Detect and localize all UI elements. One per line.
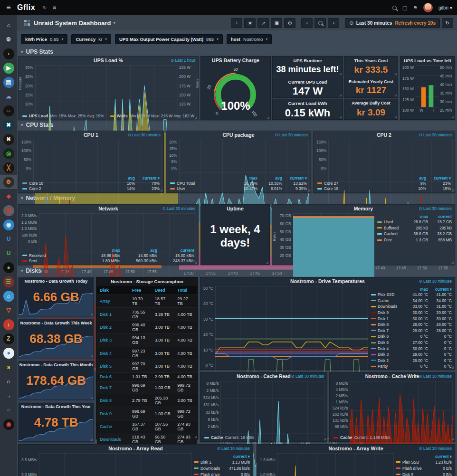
dashboard-title[interactable]: Unraid System Dashboard (34, 19, 111, 27)
sidebar-app-icon[interactable]: ⚙ (3, 177, 14, 188)
legend-item[interactable]: CacheCurrent: 16 kB/s (204, 435, 254, 440)
sidebar-app-item[interactable]: ✖ (0, 118, 17, 132)
legend-item[interactable]: Disk 5 (371, 340, 404, 345)
sidebar-app-item[interactable]: Z (0, 332, 17, 346)
variable-dropdown[interactable]: UPS Max Output Power Capacity (Watt) 865… (115, 34, 223, 44)
panel-title[interactable]: UPS Load vs Time left (400, 57, 455, 65)
app-logo[interactable]: Gflix (17, 3, 35, 12)
sidebar-app-item[interactable]: ● (0, 260, 17, 275)
legend-item[interactable]: Free (377, 238, 404, 242)
legend-column[interactable]: max (404, 214, 428, 219)
legend-item[interactable]: Core 18 (317, 186, 401, 191)
sidebar-app-icon[interactable]: ▶ (3, 63, 14, 74)
legend-item[interactable]: Disk 8 (371, 322, 404, 327)
sidebar-app-icon[interactable]: ✖ (3, 120, 14, 131)
dashboard-title-caret-icon[interactable]: ▾ (114, 20, 116, 25)
panel-title[interactable]: Current Load kWh (273, 99, 343, 107)
sidebar-app-icon[interactable]: ☰ (3, 276, 14, 287)
sidebar-app-item[interactable]: ⚙ (0, 175, 17, 189)
legend-column[interactable]: current ▾ (282, 176, 307, 181)
legend-item[interactable]: Parity (371, 364, 404, 369)
sidebar-app-icon[interactable]: Z (3, 333, 14, 344)
legend-item[interactable]: Sent (22, 258, 83, 263)
panel-time-override[interactable]: Last 30 minutes (419, 374, 452, 379)
panel-title[interactable]: Nostromo - Data Growth Today (19, 277, 94, 286)
legend-column[interactable]: current ▾ (423, 454, 452, 459)
sidebar-app-item[interactable]: ↓ (0, 317, 17, 332)
zoom-out-button[interactable] (314, 18, 326, 28)
legend-item[interactable]: Plex SSD (396, 460, 423, 465)
panel-time-override[interactable]: Last 30 minutes (419, 133, 452, 137)
panel-title[interactable]: This Years Cost (344, 57, 398, 65)
panel-time-override[interactable]: Last 30 minutes (419, 446, 452, 451)
panel-title[interactable]: UPS Runtime (273, 57, 343, 65)
sidebar-app-item[interactable]: ╳ (0, 161, 17, 175)
tab-refresh-icon[interactable]: ↻ (43, 5, 47, 10)
panel-time-override[interactable]: Last 30 minutes (275, 133, 308, 137)
legend-item[interactable]: CPU Total (170, 181, 233, 186)
legend-item[interactable]: Core 10 (22, 181, 110, 186)
tab-close-icon[interactable]: ✖ (52, 5, 56, 10)
panel-time-override[interactable]: Last 30 minutes (291, 374, 324, 379)
panel-time-override[interactable]: Last 30 minutes (162, 206, 196, 211)
toolbar-button[interactable]: ⚙ (284, 18, 295, 28)
disk-name-cell[interactable]: Array (97, 295, 129, 308)
sidebar-app-icon[interactable]: ○ (3, 405, 14, 416)
sidebar-app-icon[interactable]: ◎ (3, 148, 14, 159)
legend-item[interactable]: Disk 1 (371, 316, 404, 321)
legend-item[interactable]: Disk 1 (194, 460, 221, 465)
disk-name-cell[interactable]: Disk 1 (97, 308, 129, 321)
legend-item[interactable]: Core 27 (317, 181, 401, 186)
sidebar-app-icon[interactable]: ▽ (3, 305, 14, 316)
sidebar-app-item[interactable]: ◉ (0, 417, 17, 431)
sidebar-app-item[interactable]: U (0, 232, 17, 246)
sidebar-app-item[interactable]: ● (0, 346, 17, 360)
panel-time-override[interactable]: Last 30 minutes (128, 133, 161, 137)
toolbar-button[interactable]: ★ (244, 18, 256, 28)
legend-item[interactable]: WattsMin: 130 W Max: 216 W Avg: 162 W (110, 114, 194, 118)
column-header[interactable]: Total (174, 286, 197, 295)
disk-name-cell[interactable]: Disk 8 (97, 394, 129, 407)
legend-item[interactable]: Core 2 (22, 186, 110, 191)
legend-item[interactable]: CacheCurrent: 1.188 MB/s (333, 435, 390, 440)
toolbar-button[interactable]: ↗ (257, 18, 269, 28)
sidebar-app-icon[interactable]: ▤ (3, 77, 14, 88)
sidebar-app-item[interactable]: ○ (0, 403, 17, 417)
panel-title[interactable]: Uptime (201, 205, 269, 213)
sidebar-app-icon[interactable]: → (3, 390, 14, 401)
legend-item[interactable]: Flash drive (396, 466, 423, 471)
menu-toggle-icon[interactable]: ≡ (0, 0, 17, 15)
panel-time-override[interactable]: Last 30 minutes (217, 446, 250, 451)
legend-item[interactable]: Received (22, 253, 83, 258)
legend-item[interactable]: Disk 2 (371, 358, 404, 363)
sidebar-app-icon[interactable]: › (3, 48, 14, 59)
time-forward-button[interactable]: › (328, 18, 339, 28)
legend-column[interactable]: max (404, 287, 428, 292)
refresh-button[interactable]: ↻ (442, 18, 453, 28)
disk-name-cell[interactable]: Disk 2 (97, 321, 129, 333)
sidebar-app-item[interactable]: s (0, 360, 17, 374)
avatar[interactable]: ☺ (423, 3, 433, 12)
legend-column[interactable]: current ▾ (426, 176, 451, 181)
sidebar-app-item[interactable]: ☰ (0, 275, 17, 289)
sidebar-app-item[interactable]: ∩ (0, 374, 17, 389)
legend-column[interactable]: current (157, 248, 194, 253)
sidebar-app-item[interactable]: ⌂ (0, 18, 17, 32)
sidebar-app-icon[interactable]: ∩ (3, 376, 14, 387)
sidebar-app-item[interactable]: ▽ (0, 303, 17, 317)
sidebar-app-item[interactable]: ⚙ (0, 32, 17, 47)
sidebar-app-item[interactable]: ◉ (0, 218, 17, 232)
legend-column[interactable]: max (233, 176, 257, 181)
legend-item[interactable]: Disk 3 (371, 352, 404, 357)
panel-title[interactable]: Average Daily Cost (344, 99, 398, 107)
time-picker[interactable]: ⊙ Last 30 minutes Refresh every 10s (345, 18, 440, 28)
legend-item[interactable]: Buffered (377, 226, 404, 230)
sidebar-app-icon[interactable]: ↓ (3, 319, 14, 330)
panel-title[interactable]: Nostromo - Data Growth This Month (19, 361, 94, 369)
sidebar-app-icon[interactable]: ▦ (3, 205, 14, 216)
sidebar-app-item[interactable]: → (0, 389, 17, 403)
disk-name-cell[interactable]: Disk 6 (97, 373, 129, 381)
legend-column[interactable]: current ▾ (221, 454, 250, 459)
panel-title[interactable]: Nostromo - Storage Consumption (96, 277, 198, 286)
sidebar-app-icon[interactable]: U (3, 248, 14, 259)
